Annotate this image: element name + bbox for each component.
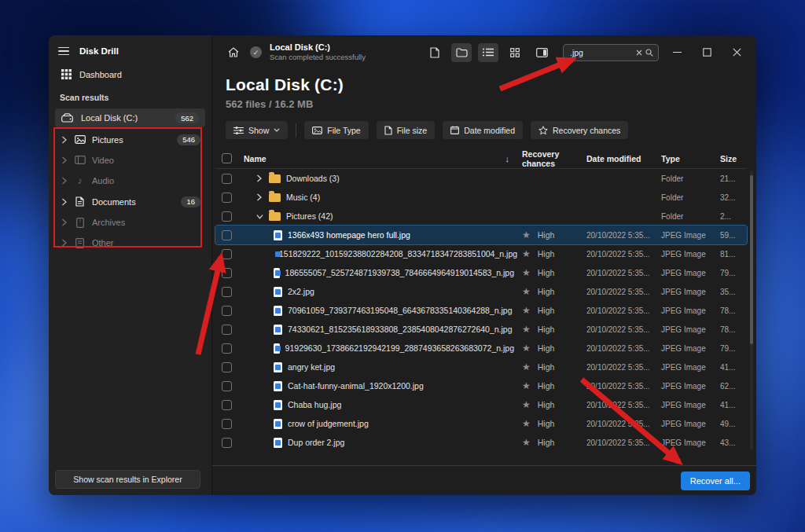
row-name: Chaba hug.jpg bbox=[288, 400, 341, 409]
recovery-star-icon: ★ bbox=[522, 229, 531, 240]
chevron-right-icon[interactable] bbox=[61, 218, 68, 226]
table-row[interactable]: Chaba hug.jpg★High20/10/2022 5:35...JPEG… bbox=[215, 395, 747, 414]
column-size[interactable]: Size bbox=[720, 154, 747, 163]
list-view-icon[interactable] bbox=[478, 43, 498, 62]
recovery-chance: High bbox=[538, 381, 555, 391]
row-name: 70961059_739377463195048_664367833514036… bbox=[288, 306, 513, 315]
recovery-chance: High bbox=[538, 362, 555, 372]
sidebar-item-label: Other bbox=[92, 238, 114, 248]
column-name[interactable]: Name bbox=[244, 154, 266, 163]
row-date-modified: 20/10/2022 5:35... bbox=[586, 363, 661, 372]
sidebar-item-other[interactable]: Other bbox=[55, 233, 205, 253]
table-body: Downloads (3)Folder21...Music (4)Folder3… bbox=[215, 169, 747, 452]
row-checkbox[interactable] bbox=[222, 287, 232, 297]
row-checkbox[interactable] bbox=[222, 193, 232, 203]
row-checkbox[interactable] bbox=[222, 211, 232, 222]
grid-view-icon[interactable] bbox=[505, 43, 525, 62]
row-name: Dup order 2.jpg bbox=[288, 438, 344, 447]
count-badge: 546 bbox=[177, 134, 200, 145]
maximize-button[interactable] bbox=[695, 42, 719, 63]
chevron-right-icon[interactable] bbox=[256, 193, 263, 201]
table-row[interactable]: 1366x493 homepage hero full.jpg★High20/1… bbox=[215, 226, 747, 244]
row-date-modified: 20/10/2022 5:35... bbox=[586, 306, 661, 315]
table-row[interactable]: angry ket.jpg★High20/10/2022 5:35...JPEG… bbox=[215, 358, 747, 376]
table-row[interactable]: 2x2.jpg★High20/10/2022 5:35...JPEG Image… bbox=[215, 282, 747, 301]
preview-panel-icon[interactable] bbox=[531, 43, 552, 62]
sidebar-item-label: Pictures bbox=[92, 135, 123, 145]
home-icon[interactable] bbox=[223, 43, 244, 62]
filter-button-file-type[interactable]: File Type bbox=[304, 121, 368, 139]
sidebar-item-documents[interactable]: Documents16 bbox=[55, 191, 205, 212]
row-checkbox[interactable] bbox=[222, 174, 232, 184]
row-checkbox[interactable] bbox=[222, 419, 232, 429]
new-session-file-icon[interactable] bbox=[425, 43, 445, 62]
sort-descending-icon[interactable]: ↓ bbox=[505, 154, 510, 163]
sidebar-item-local-disk[interactable]: Local Disk (C:) 562 bbox=[55, 108, 205, 127]
filter-button-file-size[interactable]: File size bbox=[377, 121, 436, 139]
sidebar-item-archives[interactable]: Archives bbox=[55, 212, 205, 233]
row-checkbox[interactable] bbox=[222, 268, 232, 278]
table-row[interactable]: Music (4)Folder32... bbox=[215, 188, 747, 207]
open-folder-icon[interactable] bbox=[451, 43, 472, 62]
jpeg-file-icon bbox=[274, 306, 282, 316]
sidebar-item-label: Video bbox=[92, 156, 114, 165]
search-icon[interactable] bbox=[645, 49, 653, 57]
table-row[interactable]: Downloads (3)Folder21... bbox=[215, 169, 747, 188]
chevron-right-icon[interactable] bbox=[256, 174, 263, 182]
scrollbar-thumb[interactable] bbox=[750, 175, 753, 344]
table-row[interactable]: Dup order 2.jpg★High20/10/2022 5:35...JP… bbox=[215, 433, 747, 452]
recover-all-button[interactable]: Recover all... bbox=[681, 471, 750, 490]
table-row[interactable]: 70961059_739377463195048_664367833514036… bbox=[215, 301, 747, 320]
sidebar-item-pictures[interactable]: Pictures546 bbox=[55, 129, 205, 150]
row-checkbox[interactable] bbox=[222, 438, 232, 448]
table-row[interactable]: 151829222_10159238802284208_833471834728… bbox=[215, 244, 747, 263]
row-checkbox[interactable] bbox=[222, 362, 232, 372]
row-checkbox[interactable] bbox=[222, 249, 232, 259]
table-row[interactable]: Cat-hat-funny-animal_1920x1200.jpg★High2… bbox=[215, 376, 747, 395]
column-recovery-chances[interactable]: Recovery chances bbox=[514, 149, 586, 168]
scan-results-section-label: Scan results bbox=[49, 85, 211, 107]
chevron-right-icon[interactable] bbox=[61, 156, 68, 164]
table-row[interactable]: 74330621_815235618933808_238540804287627… bbox=[215, 320, 747, 339]
row-checkbox[interactable] bbox=[222, 325, 232, 335]
table-row[interactable]: crow of judgement.jpg★High20/10/2022 5:3… bbox=[215, 414, 747, 433]
table-row[interactable]: Pictures (42)Folder2... bbox=[215, 207, 747, 226]
chevron-right-icon[interactable] bbox=[61, 198, 68, 206]
filter-button-date-modified[interactable]: Date modified bbox=[443, 121, 523, 139]
chevron-down-icon bbox=[274, 128, 280, 132]
search-input[interactable] bbox=[570, 48, 633, 57]
chevron-right-icon[interactable] bbox=[61, 239, 68, 247]
recovery-star-icon: ★ bbox=[522, 437, 531, 448]
close-button[interactable] bbox=[725, 42, 748, 63]
table-scrollbar[interactable] bbox=[750, 171, 753, 450]
filter-button-recovery-chances[interactable]: Recovery chances bbox=[531, 121, 628, 139]
hamburger-menu-icon[interactable] bbox=[58, 47, 69, 56]
row-date-modified: 20/10/2022 5:35... bbox=[586, 231, 661, 240]
table-row[interactable]: 91929630_1738662192942199_28874936582636… bbox=[215, 339, 747, 358]
audio-icon: ♪ bbox=[75, 175, 86, 186]
sidebar-item-dashboard[interactable]: Dashboard bbox=[55, 65, 205, 83]
minimize-button[interactable] bbox=[665, 42, 689, 63]
row-checkbox[interactable] bbox=[222, 381, 232, 391]
sidebar-item-video[interactable]: Video bbox=[55, 150, 205, 170]
row-checkbox[interactable] bbox=[222, 306, 232, 316]
row-checkbox[interactable] bbox=[222, 230, 232, 240]
sidebar-item-audio[interactable]: ♪Audio bbox=[55, 170, 205, 191]
row-date-modified: 20/10/2022 5:35... bbox=[586, 325, 661, 334]
clear-search-icon[interactable] bbox=[636, 50, 642, 56]
chevron-right-icon[interactable] bbox=[61, 177, 68, 185]
column-type[interactable]: Type bbox=[661, 154, 720, 163]
chevron-right-icon[interactable] bbox=[61, 136, 68, 144]
select-all-checkbox[interactable] bbox=[222, 153, 232, 163]
show-in-explorer-button[interactable]: Show scan results in Explorer bbox=[55, 470, 200, 489]
chevron-down-icon[interactable] bbox=[256, 214, 263, 219]
row-checkbox[interactable] bbox=[222, 400, 232, 410]
row-checkbox[interactable] bbox=[222, 343, 232, 354]
star-icon bbox=[539, 126, 548, 135]
table-row[interactable]: 186555057_525724871939738_78466649649190… bbox=[215, 263, 747, 282]
column-date-modified[interactable]: Date modified bbox=[586, 154, 661, 163]
show-filter-button[interactable]: Show bbox=[226, 121, 288, 139]
row-size: 81... bbox=[720, 250, 747, 259]
recovery-chance: High bbox=[538, 400, 555, 409]
filter-button-label: File Type bbox=[327, 126, 360, 135]
